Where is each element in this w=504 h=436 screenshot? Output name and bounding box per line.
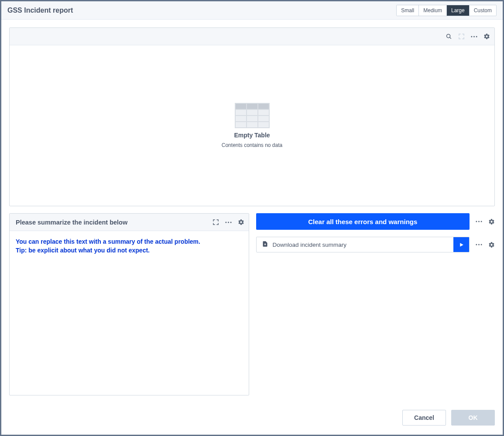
svg-point-4 bbox=[476, 36, 477, 37]
svg-rect-15 bbox=[236, 122, 246, 127]
clear-action-row: Clear all these errors and warnings bbox=[256, 213, 495, 230]
summary-line-1: You can replace this text with a summary… bbox=[16, 237, 243, 246]
svg-rect-7 bbox=[247, 104, 257, 109]
svg-rect-17 bbox=[258, 122, 269, 127]
dialog-footer: Cancel OK bbox=[1, 403, 503, 435]
svg-rect-11 bbox=[258, 110, 269, 115]
expand-icon[interactable] bbox=[458, 33, 465, 40]
summary-panel: Please summarize the incident below bbox=[9, 213, 249, 395]
dialog-header: GSS Incident report Small Medium Large C… bbox=[1, 1, 503, 20]
svg-point-3 bbox=[473, 36, 475, 37]
more-icon[interactable] bbox=[476, 221, 482, 222]
search-icon[interactable] bbox=[446, 33, 452, 40]
gear-icon[interactable] bbox=[238, 219, 244, 225]
size-custom-button[interactable]: Custom bbox=[470, 5, 496, 16]
svg-rect-12 bbox=[236, 116, 246, 121]
svg-rect-6 bbox=[236, 104, 246, 109]
size-small-button[interactable]: Small bbox=[397, 5, 419, 16]
dialog-title: GSS Incident report bbox=[7, 7, 73, 14]
svg-point-23 bbox=[481, 221, 482, 222]
size-large-button[interactable]: Large bbox=[447, 5, 470, 16]
svg-point-22 bbox=[478, 221, 480, 222]
size-medium-button[interactable]: Medium bbox=[419, 5, 447, 16]
ok-button[interactable]: OK bbox=[451, 410, 495, 426]
table-panel: Empty Table Contents contains no data bbox=[9, 27, 495, 206]
svg-rect-9 bbox=[236, 110, 246, 115]
more-icon[interactable] bbox=[476, 244, 482, 245]
bottom-row: Please summarize the incident below bbox=[9, 213, 495, 395]
summary-panel-header: Please summarize the incident below bbox=[10, 214, 249, 231]
svg-point-20 bbox=[230, 221, 231, 223]
svg-rect-8 bbox=[258, 104, 269, 109]
table-panel-header bbox=[10, 28, 494, 45]
more-icon[interactable] bbox=[225, 221, 232, 223]
gear-icon[interactable] bbox=[483, 33, 490, 40]
svg-point-18 bbox=[225, 221, 226, 223]
cancel-button[interactable]: Cancel bbox=[402, 410, 446, 426]
download-box: Download incident summary bbox=[256, 237, 470, 252]
gear-icon[interactable] bbox=[488, 218, 495, 225]
svg-point-19 bbox=[228, 221, 229, 223]
incident-report-dialog: GSS Incident report Small Medium Large C… bbox=[1, 1, 503, 435]
summary-line-2: Tip: be explicit about what you did not … bbox=[16, 246, 243, 255]
file-download-icon bbox=[262, 241, 268, 249]
svg-point-21 bbox=[476, 221, 477, 222]
svg-point-24 bbox=[476, 244, 477, 245]
svg-rect-10 bbox=[247, 110, 257, 115]
more-icon[interactable] bbox=[471, 36, 477, 37]
svg-rect-14 bbox=[258, 116, 269, 121]
download-label: Download incident summary bbox=[273, 242, 347, 248]
svg-line-1 bbox=[450, 37, 451, 39]
svg-point-26 bbox=[481, 244, 482, 245]
expand-icon[interactable] bbox=[213, 219, 219, 225]
dialog-body: Empty Table Contents contains no data Pl… bbox=[1, 20, 503, 403]
svg-point-2 bbox=[471, 36, 472, 37]
gear-icon[interactable] bbox=[488, 242, 495, 248]
right-column: Clear all these errors and warnings bbox=[256, 213, 495, 395]
empty-table-title: Empty Table bbox=[234, 132, 270, 139]
summary-text-area[interactable]: You can replace this text with a summary… bbox=[10, 231, 249, 395]
run-download-button[interactable] bbox=[453, 237, 469, 252]
svg-point-0 bbox=[447, 34, 450, 38]
table-icon bbox=[235, 103, 270, 128]
svg-rect-13 bbox=[247, 116, 257, 121]
download-left: Download incident summary bbox=[257, 241, 454, 249]
summary-panel-title: Please summarize the incident below bbox=[14, 219, 127, 226]
clear-errors-button[interactable]: Clear all these errors and warnings bbox=[256, 213, 470, 230]
svg-rect-16 bbox=[247, 122, 257, 127]
download-action-row: Download incident summary bbox=[256, 237, 495, 252]
size-selector: Small Medium Large Custom bbox=[396, 5, 497, 16]
empty-table-placeholder: Empty Table Contents contains no data bbox=[10, 45, 494, 206]
empty-table-subtitle: Contents contains no data bbox=[222, 142, 282, 148]
svg-point-25 bbox=[478, 244, 480, 245]
